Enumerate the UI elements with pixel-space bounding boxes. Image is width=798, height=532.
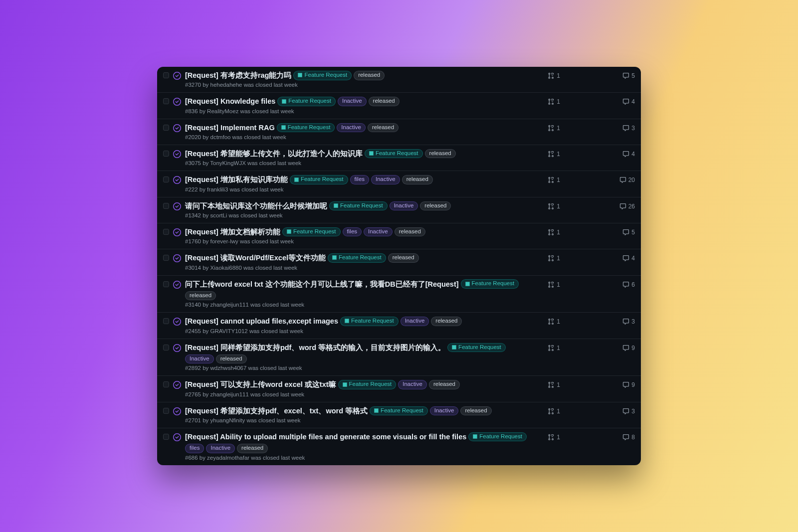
select-checkbox[interactable] xyxy=(163,408,169,414)
linked-pull-requests[interactable]: 1 xyxy=(542,227,560,236)
select-checkbox[interactable] xyxy=(163,381,169,387)
issue-title-link[interactable]: [Request] Implement RAG xyxy=(185,123,275,133)
comments-link[interactable]: 26 xyxy=(614,201,635,210)
linked-pull-requests[interactable]: 1 xyxy=(542,149,560,158)
linked-pull-requests[interactable]: 1 xyxy=(542,379,560,388)
label-released[interactable]: released xyxy=(425,149,456,159)
label-inactive[interactable]: Inactive xyxy=(390,201,418,211)
linked-pull-requests[interactable]: 1 xyxy=(542,343,560,352)
select-checkbox[interactable] xyxy=(163,434,169,440)
select-checkbox[interactable] xyxy=(163,177,169,182)
label-inactive[interactable]: Inactive xyxy=(371,175,400,184)
label-released[interactable]: released xyxy=(185,291,216,301)
comments-link[interactable]: 5 xyxy=(614,70,635,79)
issue-title-link[interactable]: [Request] 增加文档解析功能 xyxy=(185,227,280,237)
label-feature-request[interactable]: Feature Request xyxy=(365,149,423,159)
label-feature-request[interactable]: Feature Request xyxy=(468,432,527,442)
issue-title-link[interactable]: 请问下本地知识库这个功能什么时候增加呢 xyxy=(185,201,327,211)
label-released[interactable]: released xyxy=(402,175,433,184)
comments-link[interactable]: 8 xyxy=(614,432,635,441)
linked-pull-requests[interactable]: 1 xyxy=(542,70,560,79)
label-feature-request[interactable]: Feature Request xyxy=(329,201,388,211)
label-released[interactable]: released xyxy=(237,444,268,453)
comments-link[interactable]: 20 xyxy=(614,175,635,183)
issue-title-link[interactable]: [Request] Knowledge files xyxy=(185,96,275,106)
label-released[interactable]: released xyxy=(388,253,419,263)
issue-title-link[interactable]: [Request] 可以支持上传word excel 或这txt嘛 xyxy=(185,379,336,389)
linked-pull-requests[interactable]: 1 xyxy=(542,123,560,132)
label-feature-request[interactable]: Feature Request xyxy=(277,123,335,133)
comments-link[interactable]: 9 xyxy=(614,343,635,352)
label-inactive[interactable]: Inactive xyxy=(400,317,429,326)
label-inactive[interactable]: Inactive xyxy=(338,97,367,106)
label-feature-request[interactable]: Feature Request xyxy=(290,175,348,184)
issue-title-link[interactable]: [Request] 读取Word/Pdf/Excel等文件功能 xyxy=(185,253,326,263)
label-files[interactable]: files xyxy=(343,227,362,237)
comments-link[interactable]: 9 xyxy=(614,379,635,388)
pr-count: 1 xyxy=(557,434,560,441)
issue-title-link[interactable]: [Request] 增加私有知识库功能 xyxy=(185,175,288,184)
select-checkbox[interactable] xyxy=(163,151,169,157)
select-checkbox[interactable] xyxy=(163,345,169,351)
label-feature-request[interactable]: Feature Request xyxy=(447,343,506,353)
comments-link[interactable]: 4 xyxy=(614,149,635,158)
label-released[interactable]: released xyxy=(460,406,491,416)
issue-title-link[interactable]: [Request] cannot upload files,except ima… xyxy=(185,316,338,326)
linked-pull-requests[interactable]: 1 xyxy=(542,96,560,105)
label-feature-request[interactable]: Feature Request xyxy=(293,71,352,80)
comments-link[interactable]: 6 xyxy=(614,279,635,288)
select-checkbox[interactable] xyxy=(163,255,169,261)
issue-title-link[interactable]: [Request] 希望添加支持pdf、excel、txt、word 等格式 xyxy=(185,406,368,416)
comments-link[interactable]: 5 xyxy=(614,227,635,236)
label-feature-request[interactable]: Feature Request xyxy=(370,406,428,416)
label-released[interactable]: released xyxy=(429,380,460,389)
label-released[interactable]: released xyxy=(431,317,462,326)
issue-title-link[interactable]: [Request] Ability to upload multiple fil… xyxy=(185,432,466,442)
label-released[interactable]: released xyxy=(420,201,451,211)
issue-title-link[interactable]: 问下上传word excel txt 这个功能这个月可以上线了嘛，我看DB已经有… xyxy=(185,279,459,289)
label-feature-request[interactable]: Feature Request xyxy=(340,317,399,326)
select-checkbox[interactable] xyxy=(163,318,169,324)
label-feature-request[interactable]: Feature Request xyxy=(282,227,341,237)
linked-pull-requests[interactable]: 1 xyxy=(542,175,560,183)
label-released[interactable]: released xyxy=(354,71,385,80)
label-feature-request[interactable]: Feature Request xyxy=(277,97,336,106)
label-inactive[interactable]: Inactive xyxy=(337,123,366,133)
comments-link[interactable]: 3 xyxy=(614,406,635,415)
select-checkbox[interactable] xyxy=(163,98,169,104)
linked-pull-requests[interactable]: 1 xyxy=(542,316,560,325)
label-inactive[interactable]: Inactive xyxy=(185,355,214,364)
comments-link[interactable]: 3 xyxy=(614,123,635,132)
linked-pull-requests[interactable]: 1 xyxy=(542,253,560,262)
label-inactive[interactable]: Inactive xyxy=(398,380,427,389)
linked-pull-requests[interactable]: 1 xyxy=(542,406,560,415)
linked-pull-requests[interactable]: 1 xyxy=(542,432,560,441)
issue-title-link[interactable]: [Request] 同样希望添加支持pdf、word 等格式的输入，目前支持图片… xyxy=(185,343,445,353)
select-checkbox[interactable] xyxy=(163,281,169,287)
label-inactive[interactable]: Inactive xyxy=(430,406,459,416)
label-inactive[interactable]: Inactive xyxy=(206,444,235,453)
label-inactive[interactable]: Inactive xyxy=(364,227,393,237)
issue-title-link[interactable]: [Request] 有考虑支持rag能力吗 xyxy=(185,70,291,80)
linked-pull-requests[interactable]: 1 xyxy=(542,279,560,288)
label-released[interactable]: released xyxy=(369,97,399,106)
label-released[interactable]: released xyxy=(368,123,399,133)
select-checkbox[interactable] xyxy=(163,229,169,235)
linked-pull-requests[interactable]: 1 xyxy=(542,201,560,210)
comments-link[interactable]: 4 xyxy=(614,96,635,105)
label-feature-request[interactable]: Feature Request xyxy=(461,279,519,289)
select-checkbox[interactable] xyxy=(163,125,169,131)
label-released[interactable]: released xyxy=(395,227,425,237)
select-checkbox[interactable] xyxy=(163,72,169,78)
label-feature-request[interactable]: Feature Request xyxy=(338,380,397,389)
label-files[interactable]: files xyxy=(350,175,369,184)
label-files[interactable]: files xyxy=(185,444,204,453)
comments-link[interactable]: 3 xyxy=(614,316,635,325)
comments-link[interactable]: 4 xyxy=(614,253,635,262)
select-checkbox[interactable] xyxy=(163,203,169,209)
label-feature-request[interactable]: Feature Request xyxy=(328,253,386,263)
pull-request-icon xyxy=(548,229,555,236)
issue-title-link[interactable]: [Request] 希望能够上传文件，以此打造个人的知识库 xyxy=(185,149,363,159)
label-released[interactable]: released xyxy=(216,355,247,364)
pr-count: 1 xyxy=(557,255,560,262)
